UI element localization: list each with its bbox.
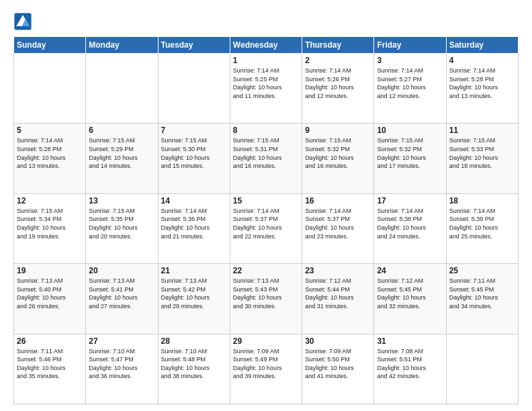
day-info: Sunrise: 7:14 AM Sunset: 5:38 PM Dayligh… <box>377 207 443 240</box>
weekday-header: Friday <box>374 37 446 54</box>
day-info: Sunrise: 7:15 AM Sunset: 5:34 PM Dayligh… <box>17 207 83 240</box>
weekday-header: Wednesday <box>230 37 302 54</box>
calendar-cell: 26Sunrise: 7:11 AM Sunset: 5:46 PM Dayli… <box>14 334 86 404</box>
day-number: 5 <box>17 126 83 135</box>
day-number: 26 <box>17 336 83 346</box>
day-number: 31 <box>377 336 443 346</box>
day-number: 18 <box>449 196 515 205</box>
calendar-week-row: 26Sunrise: 7:11 AM Sunset: 5:46 PM Dayli… <box>14 334 519 404</box>
calendar-cell: 7Sunrise: 7:15 AM Sunset: 5:30 PM Daylig… <box>158 124 230 193</box>
calendar-week-row: 12Sunrise: 7:15 AM Sunset: 5:34 PM Dayli… <box>14 193 519 263</box>
day-info: Sunrise: 7:14 AM Sunset: 5:27 PM Dayligh… <box>377 66 443 100</box>
day-number: 10 <box>377 126 443 135</box>
day-info: Sunrise: 7:14 AM Sunset: 5:37 PM Dayligh… <box>305 207 371 240</box>
day-number: 3 <box>377 56 443 65</box>
day-number: 23 <box>305 266 371 275</box>
day-info: Sunrise: 7:14 AM Sunset: 5:36 PM Dayligh… <box>161 207 227 240</box>
day-number: 14 <box>161 196 227 205</box>
day-info: Sunrise: 7:11 AM Sunset: 5:45 PM Dayligh… <box>449 277 515 310</box>
calendar-cell: 6Sunrise: 7:15 AM Sunset: 5:29 PM Daylig… <box>86 124 158 193</box>
calendar-cell: 28Sunrise: 7:10 AM Sunset: 5:48 PM Dayli… <box>158 334 230 404</box>
calendar-week-row: 1Sunrise: 7:14 AM Sunset: 5:25 PM Daylig… <box>14 54 519 124</box>
day-number: 30 <box>305 336 371 346</box>
day-number: 20 <box>89 266 154 275</box>
day-number: 17 <box>377 196 443 205</box>
day-info: Sunrise: 7:13 AM Sunset: 5:42 PM Dayligh… <box>161 277 227 310</box>
day-number: 6 <box>89 126 154 135</box>
calendar-cell <box>446 334 518 404</box>
day-number: 25 <box>449 266 515 275</box>
calendar-cell: 22Sunrise: 7:13 AM Sunset: 5:43 PM Dayli… <box>230 264 302 334</box>
calendar-week-row: 19Sunrise: 7:13 AM Sunset: 5:40 PM Dayli… <box>14 264 519 334</box>
calendar-cell: 8Sunrise: 7:15 AM Sunset: 5:31 PM Daylig… <box>230 124 302 193</box>
day-number: 8 <box>233 126 299 135</box>
day-number: 2 <box>305 56 371 65</box>
calendar-cell: 3Sunrise: 7:14 AM Sunset: 5:27 PM Daylig… <box>374 54 446 124</box>
day-info: Sunrise: 7:15 AM Sunset: 5:35 PM Dayligh… <box>89 207 154 240</box>
calendar-cell: 11Sunrise: 7:15 AM Sunset: 5:33 PM Dayli… <box>446 124 518 193</box>
weekday-header: Thursday <box>302 37 374 54</box>
calendar-week-row: 5Sunrise: 7:14 AM Sunset: 5:28 PM Daylig… <box>14 124 519 193</box>
calendar-cell <box>86 54 158 124</box>
day-info: Sunrise: 7:15 AM Sunset: 5:30 PM Dayligh… <box>161 136 227 170</box>
weekday-header: Tuesday <box>158 37 230 54</box>
day-number: 29 <box>233 336 299 346</box>
day-info: Sunrise: 7:08 AM Sunset: 5:51 PM Dayligh… <box>377 347 443 381</box>
day-number: 4 <box>449 56 515 65</box>
day-info: Sunrise: 7:12 AM Sunset: 5:44 PM Dayligh… <box>305 277 371 310</box>
day-info: Sunrise: 7:13 AM Sunset: 5:40 PM Dayligh… <box>17 277 83 310</box>
day-number: 13 <box>89 196 154 205</box>
calendar-cell: 1Sunrise: 7:14 AM Sunset: 5:25 PM Daylig… <box>230 54 302 124</box>
calendar-cell: 14Sunrise: 7:14 AM Sunset: 5:36 PM Dayli… <box>158 193 230 263</box>
day-number: 19 <box>17 266 83 275</box>
calendar-cell: 12Sunrise: 7:15 AM Sunset: 5:34 PM Dayli… <box>14 193 86 263</box>
calendar-cell: 9Sunrise: 7:15 AM Sunset: 5:32 PM Daylig… <box>302 124 374 193</box>
day-info: Sunrise: 7:12 AM Sunset: 5:45 PM Dayligh… <box>377 277 443 310</box>
day-info: Sunrise: 7:11 AM Sunset: 5:46 PM Dayligh… <box>17 347 83 381</box>
day-number: 11 <box>449 126 515 135</box>
calendar-cell: 29Sunrise: 7:09 AM Sunset: 5:49 PM Dayli… <box>230 334 302 404</box>
day-info: Sunrise: 7:09 AM Sunset: 5:50 PM Dayligh… <box>305 347 371 381</box>
header <box>13 12 519 31</box>
day-info: Sunrise: 7:14 AM Sunset: 5:26 PM Dayligh… <box>305 66 371 100</box>
calendar-cell <box>158 54 230 124</box>
day-number: 15 <box>233 196 299 205</box>
day-info: Sunrise: 7:09 AM Sunset: 5:49 PM Dayligh… <box>233 347 299 381</box>
calendar-cell: 25Sunrise: 7:11 AM Sunset: 5:45 PM Dayli… <box>446 264 518 334</box>
calendar-cell: 16Sunrise: 7:14 AM Sunset: 5:37 PM Dayli… <box>302 193 374 263</box>
weekday-header: Sunday <box>14 37 86 54</box>
day-number: 1 <box>233 56 299 65</box>
day-number: 7 <box>161 126 227 135</box>
day-info: Sunrise: 7:14 AM Sunset: 5:28 PM Dayligh… <box>449 66 515 100</box>
day-info: Sunrise: 7:15 AM Sunset: 5:31 PM Dayligh… <box>233 136 299 170</box>
day-info: Sunrise: 7:15 AM Sunset: 5:32 PM Dayligh… <box>377 136 443 170</box>
day-number: 28 <box>161 336 227 346</box>
day-info: Sunrise: 7:14 AM Sunset: 5:28 PM Dayligh… <box>17 136 83 170</box>
day-number: 16 <box>305 196 371 205</box>
day-number: 21 <box>161 266 227 275</box>
calendar-cell: 18Sunrise: 7:14 AM Sunset: 5:39 PM Dayli… <box>446 193 518 263</box>
day-info: Sunrise: 7:15 AM Sunset: 5:32 PM Dayligh… <box>305 136 371 170</box>
calendar-cell: 4Sunrise: 7:14 AM Sunset: 5:28 PM Daylig… <box>446 54 518 124</box>
day-info: Sunrise: 7:15 AM Sunset: 5:29 PM Dayligh… <box>89 136 154 170</box>
calendar-cell: 31Sunrise: 7:08 AM Sunset: 5:51 PM Dayli… <box>374 334 446 404</box>
weekday-header-row: SundayMondayTuesdayWednesdayThursdayFrid… <box>14 37 519 54</box>
weekday-header: Saturday <box>446 37 518 54</box>
day-number: 9 <box>305 126 371 135</box>
day-number: 12 <box>17 196 83 205</box>
calendar-cell <box>14 54 86 124</box>
calendar-cell: 21Sunrise: 7:13 AM Sunset: 5:42 PM Dayli… <box>158 264 230 334</box>
calendar-cell: 2Sunrise: 7:14 AM Sunset: 5:26 PM Daylig… <box>302 54 374 124</box>
calendar-cell: 10Sunrise: 7:15 AM Sunset: 5:32 PM Dayli… <box>374 124 446 193</box>
calendar-cell: 5Sunrise: 7:14 AM Sunset: 5:28 PM Daylig… <box>14 124 86 193</box>
calendar-table: SundayMondayTuesdayWednesdayThursdayFrid… <box>13 36 519 404</box>
logo-icon <box>13 12 32 31</box>
calendar-cell: 27Sunrise: 7:10 AM Sunset: 5:47 PM Dayli… <box>86 334 158 404</box>
calendar-cell: 30Sunrise: 7:09 AM Sunset: 5:50 PM Dayli… <box>302 334 374 404</box>
day-info: Sunrise: 7:14 AM Sunset: 5:39 PM Dayligh… <box>449 207 515 240</box>
day-info: Sunrise: 7:13 AM Sunset: 5:41 PM Dayligh… <box>89 277 154 310</box>
page: SundayMondayTuesdayWednesdayThursdayFrid… <box>0 0 532 411</box>
day-info: Sunrise: 7:14 AM Sunset: 5:37 PM Dayligh… <box>233 207 299 240</box>
calendar-cell: 15Sunrise: 7:14 AM Sunset: 5:37 PM Dayli… <box>230 193 302 263</box>
day-info: Sunrise: 7:15 AM Sunset: 5:33 PM Dayligh… <box>449 136 515 170</box>
